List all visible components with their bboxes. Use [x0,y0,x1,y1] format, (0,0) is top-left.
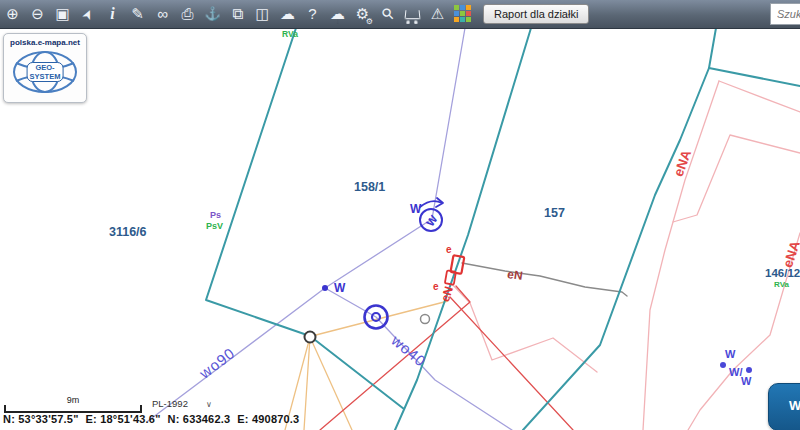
logo-panel[interactable]: polska.e-mapa.net GEO-SYSTEM [3,33,87,103]
parcel-number-label: 3116/6 [109,225,147,239]
scale-label: 9m [4,395,142,405]
gear-icon: ⚙ [366,18,373,26]
measure-icon[interactable]: ✎ [125,0,150,28]
w-button[interactable]: W [768,383,800,430]
utility-node-gray-circle [421,315,430,324]
energy-label: eN [506,267,523,283]
cart-icon[interactable] [400,0,425,28]
en-gray-line [462,263,627,296]
water-label: W [410,202,422,216]
landuse-label: PsV [206,221,223,231]
duplicate-window-icon[interactable]: ⧉ [225,0,250,28]
anchor-icon[interactable]: ⚓ [200,0,225,28]
help-icon[interactable]: ? [300,0,325,28]
crs-selector[interactable]: PL-1992∨ [152,398,212,409]
water-label: W [741,375,752,387]
parcel-number-label: 157 [544,206,565,220]
water-pipe-label: wo90 [195,344,238,382]
scale-bar: 9m [4,395,142,413]
landuse-label: RVa [774,280,790,289]
landuse-label: RVa [282,29,298,39]
energy-label: e [433,281,439,292]
pointer-icon[interactable]: ➤ [75,0,100,28]
zoom-in-icon[interactable]: ⊕ [0,0,25,28]
coord-lat: N: 53°33'57.5" [3,413,79,425]
energy-label: eNA [780,239,800,270]
warning-icon[interactable]: ⚠ [425,0,450,28]
energy-label: e [446,244,452,255]
crs-label: PL-1992 [152,398,188,409]
map-canvas[interactable]: RVa 3116/6 Ps PsV 158/1 157 W W wo90 wo4… [0,0,800,430]
utility-node-black-circle [305,332,316,343]
select-extent-icon[interactable]: ▣ [50,0,75,28]
water-point-dot [322,285,328,291]
speech-bubble-icon[interactable]: ☁ [275,0,300,28]
transformer-symbols [445,255,464,285]
water-label: W [334,281,346,295]
coord-northing: N: 633462.3 [168,413,231,425]
settings-icon[interactable]: ⚙ ⚙ [350,0,375,28]
geo-system-globe-icon: GEO-SYSTEM [10,49,80,95]
water-label: W [424,212,440,228]
search-input[interactable] [770,3,800,25]
search-plus-icon[interactable]: ⚲ [375,0,400,28]
water-point-dot [746,367,752,373]
zoom-out-icon[interactable]: ⊖ [25,0,50,28]
logo-site-text: polska.e-mapa.net [4,38,86,47]
info-icon[interactable]: i [100,0,125,28]
print-icon[interactable]: ⎙ [175,0,200,28]
link-icon[interactable]: ∞ [150,0,175,28]
water-pipe-label: wo40 [387,331,429,370]
coordinates-readout: N: 53°33'57.5"E: 18°51'43.6"N: 633462.3E… [3,413,306,425]
chevron-down-icon: ∨ [206,400,212,409]
parcel-number-label: 146/12 [765,267,800,279]
landuse-label: Ps [210,210,221,220]
report-button[interactable]: Raport dla działki [483,4,589,24]
app-window: RVa 3116/6 Ps PsV 158/1 157 W W wo90 wo4… [0,0,800,430]
scale-line [4,405,142,413]
coord-easting: E: 490870.3 [237,413,299,425]
parcel-number-label: 158/1 [354,180,385,194]
palette-icon[interactable] [450,0,475,28]
download-arrow-icon: ↓ [325,8,350,35]
energy-red-lines [320,286,573,430]
water-label: W [725,348,736,360]
logo-brand-text: GEO-SYSTEM [27,62,64,82]
layout-panels-icon[interactable]: ◫ [250,0,275,28]
cloud-download-icon[interactable]: ☁ ↓ [325,0,350,28]
toolbar: ⊕ ⊖ ▣ ➤ i ✎ ∞ ⎙ ⚓ ⧉ ◫ ☁ ? ☁ ↓ ⚙ ⚙ ⚲ ⚠ Ra… [0,0,800,29]
water-point-dot [720,362,726,368]
coord-lon: E: 18°51'43.6" [86,413,161,425]
parcel-boundaries [206,28,800,430]
